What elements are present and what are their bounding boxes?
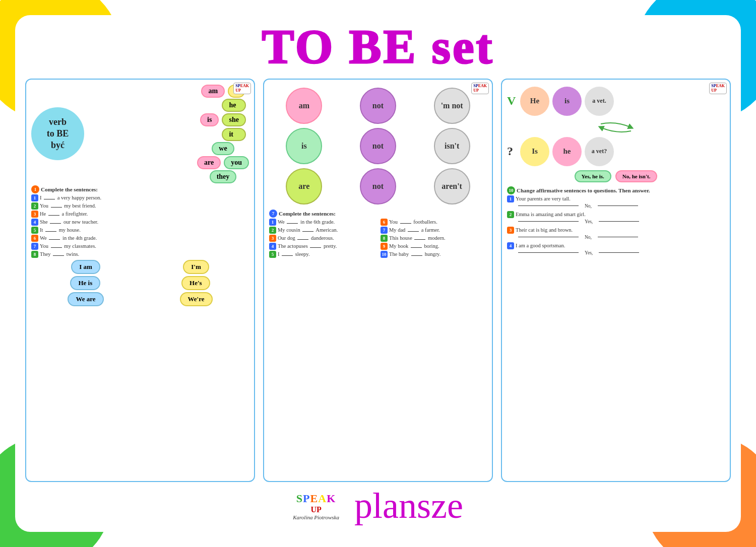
are-you-they-row: are you [197,156,249,169]
ws2-grid: am not 'm not is not isn't are not aren'… [269,88,487,204]
conj-Heis-short: He's [181,276,210,290]
worksheet-1: SPEAKUP verb to BE być am I is he [25,79,255,482]
pill-is: is [200,113,219,126]
ws1-section-num: 1 [31,185,39,193]
pill-are: are [197,156,221,169]
ws3-q-label: ? [507,145,517,158]
conj-Weare-long: We are [68,292,103,306]
ws3-section10-header: 10 Change affirmative sentences to quest… [507,186,725,194]
ws1-ex-1: 1 I a very happy person. [31,194,249,201]
logo-p: P [303,492,310,505]
ws2-ex-4: 4 The actopuses pretty. [269,243,375,250]
ws3-section-num: 10 [507,186,515,194]
subtitle: plansze [354,485,463,527]
cw-arent: aren't [434,168,470,204]
ws2-ex-6: 6 You footballers. [381,219,487,226]
ws2-ex-5: 5 I sleepy. [269,251,375,258]
ws3-diagram: V He is a vet. [507,87,725,182]
pill-we: we [212,142,234,155]
pill-am: am [201,85,225,98]
logo-s: S [296,492,303,505]
ws1-ex-3: 3 He a firefighter. [31,211,249,218]
logo-k: K [327,492,336,505]
arrow-container [507,120,725,135]
are-row: we [212,142,234,155]
ws1-ex-8: 8 They twins. [31,251,249,258]
conj-Weare-short: We're [180,292,213,306]
ans-yes: Yes, he is. [575,170,611,182]
worksheet-3: SPEAKUP V He is a vet. [501,79,731,482]
ws3-avet-q: a vet? [585,137,614,166]
ans-no: No, he isn't. [615,170,658,182]
ws2-sentences: 1 We in the 6th grade. 2 My cousin Ameri… [269,219,487,259]
ws2-ex-9: 9 My book boring. [381,243,487,250]
ws1-ex-4: 4 She our new teacher. [31,219,249,226]
is-row: is he she it [200,99,246,141]
cw-not3: not [360,168,396,204]
ws1-diagram: verb to BE być am I is he she it [31,85,249,183]
pill-he: he [222,99,245,112]
page-title: TO BE set [262,20,494,74]
speak-badge-1: SPEAKUP [233,83,251,94]
speak-logo: SPEAK UP Karolina Piotrowska [293,492,339,520]
ws1-ex-2: 2 You my best friend. [31,202,249,210]
conjugation-Heis: He is He's [31,276,249,290]
ws3-is: is [552,87,582,116]
pill-you: you [224,156,249,169]
pronoun-cluster: am I is he she it we [197,85,249,183]
verb-circle: verb to BE być [31,107,84,160]
ws3-he: he [552,137,582,166]
conj-Iam-long: I am [71,260,100,274]
speak-badge-3: SPEAKUP [709,83,727,94]
main-card: TO BE set SPEAKUP verb to BE być am I is [15,15,741,532]
ws2-section7-header: 7 Complete the sentences: [269,210,487,218]
cw-is: is [286,128,322,164]
cw-not1: not [360,88,396,124]
ws2-sentences-grid: 1 We in the 6th grade. 2 My cousin Ameri… [269,219,487,259]
ws3-ex-1: 1 Your parents are very tall. No, [507,195,725,209]
ws3-ex-4: 4 I am a good sportsman. Yes, [507,242,725,255]
ws2-ex-8: 8 This house modern. [381,235,487,242]
cw-are: are [286,168,322,204]
ws3-question-row: ? Is he a vet? [507,137,725,166]
conj-Iam-short: I'm [183,260,209,274]
ws3-answer-row: Yes, he is. No, he isn't. [507,170,725,182]
ws1-ex-5: 5 It my house. [31,227,249,234]
conjugation-Weare: We are We're [31,292,249,306]
cw-isnt: isn't [434,128,470,164]
logo-up: UP [310,505,321,514]
ws2-ex-7: 7 My dad a farmer. [381,227,487,234]
cw-am: am [286,88,322,124]
conjugation-Iam: I am I'm [31,260,249,274]
ws3-He: He [520,87,549,116]
ws2-section-num: 7 [269,210,277,218]
pill-it: it [222,128,245,141]
ws1-exercises: 1 I a very happy person. 2 You my best f… [31,194,249,258]
bottom-row: SPEAK UP Karolina Piotrowska plansze [25,485,731,527]
ws2-left: 1 We in the 6th grade. 2 My cousin Ameri… [269,219,375,259]
ws2-right: 6 You footballers. 7 My dad a farmer. 8 … [381,219,487,259]
ws2-ex-10: 10 The baby hungry. [381,251,487,258]
worksheets-row: SPEAKUP verb to BE być am I is he [25,79,731,482]
logo-a: A [318,492,327,505]
swap-arrows [596,120,636,135]
they-row: they [210,170,237,183]
ws2-ex-3: 3 Our dog danderous. [269,235,375,242]
pill-they: they [210,170,237,183]
ws3-Is: Is [520,137,549,166]
logo-e: E [310,492,319,505]
conj-Heis-long: He is [70,276,100,290]
ws1-ex-7: 7 You my classmates. [31,243,249,250]
cw-mnot: 'm not [434,88,470,124]
ws1-ex-6: 6 We in the 4th grade. [31,235,249,242]
ws3-avet: a vet. [585,87,614,116]
ws1-section1-header: 1 Complete the sentences: [31,185,249,193]
ws3-ex-3: 3 Their cat is big and brown. No, [507,227,725,240]
author-text: Karolina Piotrowska [293,514,339,520]
speak-badge-2: SPEAKUP [471,83,489,94]
ws3-affirmative-row: V He is a vet. [507,87,725,116]
ws3-ex-2: 2 Emma is amazing and smart girl. Yes, [507,211,725,224]
ws3-exercises: 1 Your parents are very tall. No, 2 Emma… [507,195,725,255]
ws2-ex-1: 1 We in the 6th grade. [269,219,375,226]
ws3-v-label: V [507,94,517,108]
